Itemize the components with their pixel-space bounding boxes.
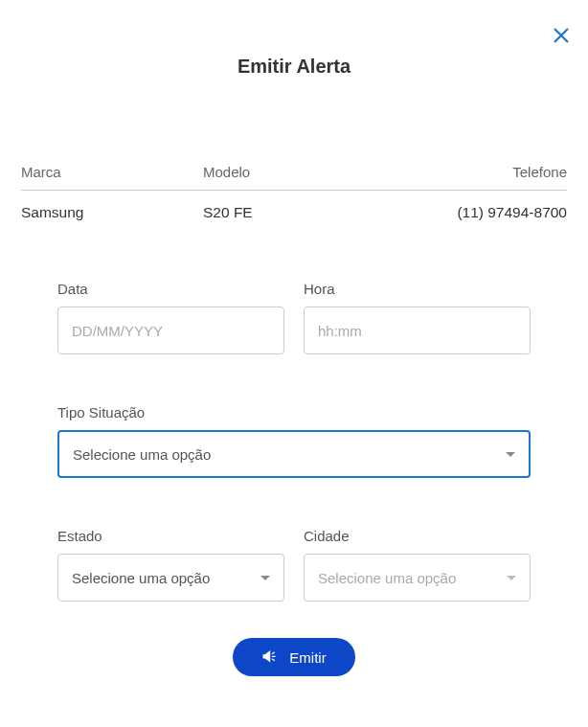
header-telefone: Telefone	[385, 164, 567, 180]
situacao-label: Tipo Situação	[57, 404, 531, 420]
cell-modelo: S20 FE	[203, 204, 385, 221]
cidade-placeholder: Selecione uma opção	[318, 570, 456, 586]
chevron-down-icon	[260, 576, 270, 580]
form-section: Data Hora Tipo Situação Selecione uma op…	[0, 281, 588, 676]
estado-select[interactable]: Selecione uma opção	[57, 554, 284, 602]
chevron-down-icon	[507, 576, 516, 580]
close-icon	[554, 28, 569, 43]
emitir-button[interactable]: Emitir	[233, 638, 354, 676]
data-input[interactable]	[57, 307, 284, 354]
cidade-select[interactable]: Selecione uma opção	[304, 554, 531, 602]
cidade-label: Cidade	[304, 528, 531, 544]
close-button[interactable]	[554, 27, 569, 46]
estado-placeholder: Selecione uma opção	[72, 570, 210, 586]
cell-telefone: (11) 97494-8700	[385, 204, 567, 221]
hora-input[interactable]	[304, 307, 531, 354]
chevron-down-icon	[506, 452, 515, 457]
estado-label: Estado	[57, 528, 284, 544]
header-modelo: Modelo	[203, 164, 385, 180]
header-marca: Marca	[21, 164, 203, 180]
megaphone-icon	[261, 650, 278, 664]
table-header-row: Marca Modelo Telefone	[21, 164, 567, 191]
situacao-select[interactable]: Selecione uma opção	[57, 430, 531, 478]
page-title: Emitir Alerta	[0, 0, 588, 78]
situacao-placeholder: Selecione uma opção	[73, 446, 211, 463]
table-row: Samsung S20 FE (11) 97494-8700	[21, 191, 567, 221]
data-label: Data	[57, 281, 284, 297]
hora-label: Hora	[304, 281, 531, 297]
emitir-label: Emitir	[289, 649, 326, 666]
device-info-table: Marca Modelo Telefone Samsung S20 FE (11…	[0, 164, 588, 221]
cell-marca: Samsung	[21, 204, 203, 221]
